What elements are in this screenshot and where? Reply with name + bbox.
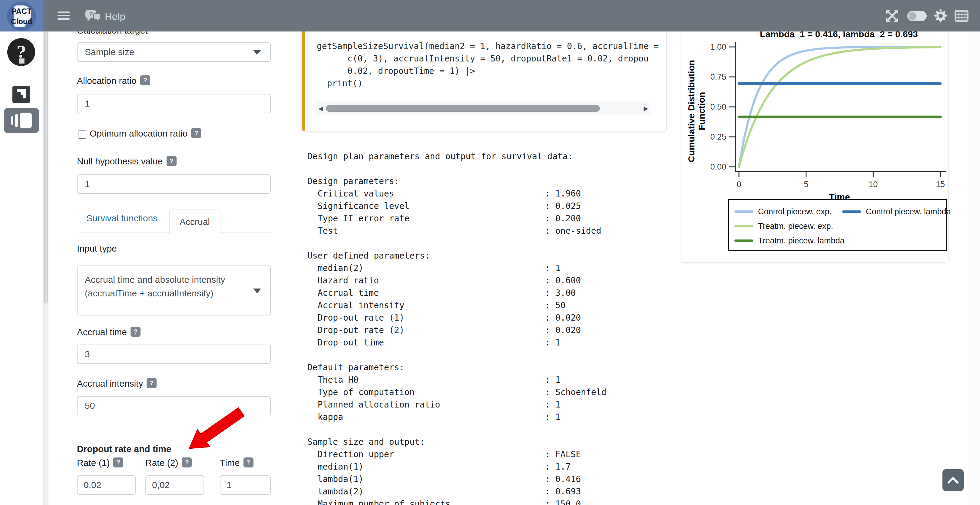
help-badge-icon[interactable]: ? — [146, 378, 157, 388]
input-type-select[interactable]: Accrual time and absolute intensity (acc… — [77, 265, 271, 316]
output-line: Test: one-sided — [307, 226, 677, 238]
chart-x-axis-label: Time — [809, 192, 870, 202]
output-line: Type of computation: Schoenfeld — [307, 387, 677, 400]
scroll-right-icon[interactable]: ▶ — [641, 105, 651, 112]
output-line: Maximum number of subjects: 150.0 — [307, 499, 677, 505]
help-badge-icon[interactable]: ? — [130, 327, 140, 337]
help-badge-icon[interactable]: ? — [243, 457, 253, 467]
cdf-plot: 0.000.250.500.751.00051015 — [690, 37, 951, 194]
tab-accrual[interactable]: Accrual — [169, 210, 221, 234]
dropout-time-label: Time ? — [220, 458, 253, 468]
output-line: User defined parameters: — [307, 251, 677, 263]
output-line: lambda(1): 0.416 — [307, 474, 677, 486]
svg-text:0.75: 0.75 — [710, 72, 726, 81]
legend-swatch-icon — [734, 210, 753, 213]
output-line: Sample size and output: — [307, 437, 677, 449]
legend-swatch-icon — [734, 225, 753, 227]
null-hypothesis-input[interactable] — [77, 175, 271, 194]
app-root: ? Help — [0, 0, 980, 505]
legend-swatch-icon — [842, 210, 861, 213]
output-line: lambda(2): 0.693 — [307, 486, 677, 499]
page-scrollbar[interactable] — [968, 32, 980, 505]
fullscreen-icon[interactable] — [886, 9, 899, 24]
svg-text:?: ? — [89, 11, 93, 17]
chevron-down-icon — [253, 289, 261, 293]
tab-survival-functions[interactable]: Survival functions — [86, 213, 158, 224]
accrual-time-label: Accrual time ? — [77, 327, 140, 337]
legend-label: Control piecew. exp. — [758, 207, 832, 216]
legend-entry: Control piecew. exp. — [734, 207, 842, 216]
settings-sun-icon[interactable] — [933, 8, 948, 24]
allocation-ratio-label: Allocation ratio ? — [77, 76, 150, 86]
help-badge-icon[interactable]: ? — [140, 75, 150, 86]
svg-text:0.00: 0.00 — [710, 162, 726, 172]
dropout-rate2-label: Rate (2) ? — [145, 458, 192, 468]
svg-text:15: 15 — [936, 180, 945, 189]
dropout-section-heading: Dropout rate and time — [77, 444, 172, 454]
legend-row: Control piecew. exp.Control piecew. lamb… — [734, 204, 947, 219]
output-line — [307, 238, 677, 251]
toggle-knob — [908, 12, 916, 20]
logo-line1: PACT — [7, 7, 36, 16]
help-chat-icon: ? — [85, 9, 101, 24]
grid-apps-icon[interactable] — [955, 10, 969, 23]
form-panel-scrollbar-thumb[interactable] — [44, 32, 48, 304]
logo-line2: Cloud — [7, 17, 36, 26]
hamburger-menu-icon[interactable] — [57, 11, 70, 21]
red-annotation-arrow — [185, 406, 246, 451]
chevron-up-icon — [947, 476, 959, 484]
legend-swatch-icon — [734, 240, 753, 242]
svg-text:0.50: 0.50 — [710, 102, 726, 111]
code-scrollbar-thumb[interactable] — [326, 105, 600, 112]
sidebar-item-panel-active[interactable] — [4, 108, 39, 133]
output-line — [307, 350, 677, 362]
theme-toggle[interactable] — [907, 11, 927, 21]
help-badge-icon[interactable]: ? — [182, 457, 192, 467]
output-line — [307, 424, 677, 437]
dropout-rate2-input[interactable] — [145, 475, 204, 495]
design-plan-output: Design plan parameters and output for su… — [307, 151, 677, 505]
output-line: Design plan parameters and output for su… — [307, 151, 677, 164]
legend-label: Treatm. piecew. lambda — [758, 236, 845, 246]
optimum-allocation-checkbox[interactable] — [78, 130, 86, 139]
null-hypothesis-label: Null hypothesis value ? — [77, 156, 177, 167]
top-header-bar: ? Help — [0, 0, 980, 32]
legend-row: Treatm. piecew. lambda — [734, 233, 947, 248]
allocation-ratio-input[interactable] — [77, 94, 271, 113]
help-badge-icon[interactable]: ? — [191, 128, 201, 138]
chart-legend: Control piecew. exp.Control piecew. lamb… — [728, 199, 947, 251]
output-line — [307, 164, 677, 176]
help-badge-icon[interactable]: ? — [113, 457, 123, 467]
output-line: Drop-out rate (2): 0.020 — [307, 325, 677, 338]
left-icon-sidebar: ? — [0, 0, 44, 505]
dropout-rate1-input[interactable] — [77, 475, 136, 495]
legend-entry: Control piecew. lambda — [842, 207, 951, 216]
scroll-left-icon[interactable]: ◀ — [315, 105, 326, 112]
svg-text:0.25: 0.25 — [710, 132, 726, 141]
svg-text:5: 5 — [804, 180, 808, 189]
sidebar-item-flag-icon[interactable] — [13, 86, 30, 103]
output-line: kappa: 1 — [307, 412, 677, 424]
calculation-target-select[interactable]: Sample size — [77, 42, 271, 62]
output-line: Planned allocation ratio: 1 — [307, 400, 677, 412]
chevron-down-icon — [253, 50, 261, 55]
app-logo[interactable]: PACT Cloud — [0, 0, 43, 32]
svg-text:1.00: 1.00 — [710, 42, 726, 51]
output-line: Type II error rate: 0.200 — [307, 213, 677, 226]
code-horizontal-scrollbar[interactable]: ◀ ▶ — [315, 102, 651, 114]
help-label: Help — [105, 11, 126, 22]
scroll-to-top-button[interactable] — [942, 469, 964, 491]
help-button[interactable]: ? Help — [85, 9, 126, 24]
output-line: Accrual time: 3.00 — [307, 288, 677, 300]
input-type-label: Input type — [77, 243, 117, 254]
help-badge-icon[interactable]: ? — [167, 156, 177, 166]
output-line: Significance level: 0.025 — [307, 201, 677, 213]
accrual-time-input[interactable] — [77, 345, 271, 364]
output-line: Hazard ratio: 0.600 — [307, 276, 677, 288]
output-line: Critical values: 1.960 — [307, 189, 677, 201]
output-line: Direction upper: FALSE — [307, 449, 677, 462]
legend-row: Treatm. piecew. exp. — [734, 219, 947, 233]
dropout-time-input[interactable] — [220, 475, 271, 495]
dropout-rate1-label: Rate (1) ? — [77, 458, 123, 468]
r-code-block: getSampleSizeSurvival(median2 = 1, hazar… — [317, 40, 662, 94]
